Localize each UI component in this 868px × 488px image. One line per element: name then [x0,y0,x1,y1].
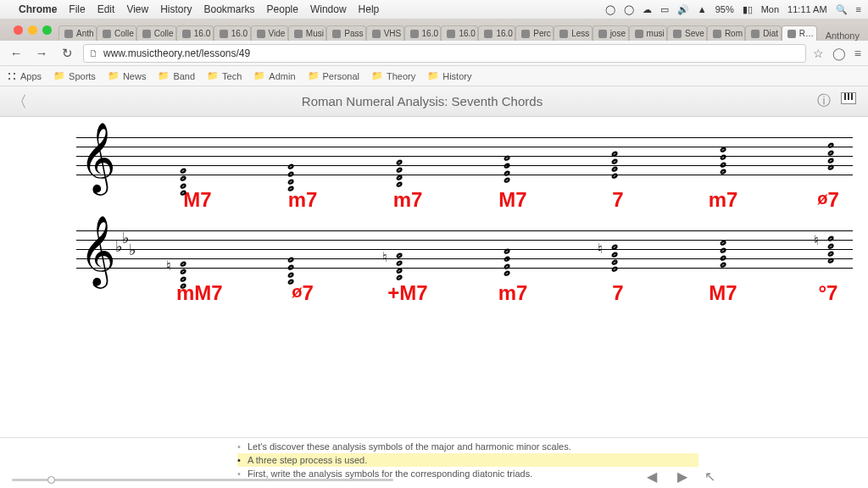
browser-tab[interactable]: musi [629,25,667,41]
bookmark-label: Admin [269,71,295,81]
bookmark-band[interactable]: 📁Band [158,70,195,81]
clock-time: 11:11 AM [787,4,826,14]
chrome-menu-icon[interactable]: ≡ [854,47,861,60]
browser-tab[interactable]: Rom [707,25,745,41]
tab-label: VHS [384,29,402,38]
back-button[interactable]: ← [7,44,25,63]
chord: 𝅗𝅗𝅗𝅗 [284,219,309,280]
tab-label: Less [571,29,589,38]
browser-tab[interactable]: Colle [97,25,136,41]
browser-tab[interactable]: jose [593,25,629,41]
menu-history[interactable]: History [160,3,192,15]
zoom-window-icon[interactable] [42,25,52,35]
favicon-icon [521,30,530,38]
lesson-header: 〈 Roman Numeral Analysis: Seventh Chords… [0,86,868,117]
menu-people[interactable]: People [267,3,298,15]
tab-label: 16.0 [496,29,512,38]
menu-window[interactable]: Window [310,3,347,15]
info-icon[interactable]: ⓘ [817,92,831,110]
menu-help[interactable]: Help [359,3,380,15]
spotlight-icon[interactable]: 🔍 [836,4,848,15]
menu-file[interactable]: File [69,3,85,15]
progress-knob[interactable] [47,476,55,484]
address-bar[interactable]: 🗋 www.musictheory.net/lessons/49 [83,44,806,63]
display-icon: ▭ [660,4,669,15]
bookmark-history[interactable]: 📁History [427,70,471,81]
browser-tab[interactable]: 16.0 [441,25,478,41]
chord-quality-label: M7 [176,188,219,212]
forward-button[interactable]: → [32,44,51,63]
favicon-icon [635,30,643,38]
chord-quality-label: 7 [597,281,639,305]
reload-button[interactable]: ↻ [58,44,76,63]
browser-tab[interactable]: Colle [136,25,176,41]
next-button[interactable]: ▶ [674,469,691,485]
extension-icon[interactable]: ◯ [832,47,846,60]
tab-label: Colle [114,29,134,38]
bookmark-label: Apps [20,71,42,81]
chord: 𝅗𝅗𝅗𝅗♮ [176,219,202,280]
chord-quality-label: °7 [807,281,849,305]
chord-labels-major: M7m7m7M77m7ø7 [10,188,858,212]
circle-icon: ◯ [605,4,615,15]
browser-tab[interactable]: VHS [366,25,404,41]
page-icon: 🗋 [89,48,98,58]
user-label[interactable]: Anthony [817,30,868,41]
folder-icon: 📁 [108,70,120,81]
script-line[interactable]: A three step process is used. [237,453,698,467]
chord: 𝅗𝅗𝅗𝅗 [500,219,526,280]
bookmark-label: Tech [222,71,242,81]
bookmark-news[interactable]: 📁News [108,70,147,81]
bookmark-tech[interactable]: 📁Tech [207,70,242,81]
chord-quality-label: M7 [702,281,744,305]
mac-menubar: Chrome File Edit View History Bookmarks … [0,0,868,19]
menu-view[interactable]: View [126,3,148,15]
tab-label: 16.0 [231,29,248,38]
browser-tab[interactable]: 16.0 [176,25,214,41]
menu-edit[interactable]: Edit [97,3,115,15]
progress-slider[interactable] [12,479,393,481]
treble-clef-icon: 𝄞 [80,220,116,281]
bookmark-label: Personal [323,71,359,81]
browser-tab[interactable]: 16.0 [478,25,515,41]
browser-tab[interactable]: 16.0 [214,25,251,41]
menu-icon[interactable]: ≡ [856,4,861,14]
browser-tab[interactable]: Less [554,25,592,41]
favicon-icon [751,30,760,38]
folder-icon: 📁 [207,70,219,81]
app-name[interactable]: Chrome [19,3,57,15]
lesson-footer: Let's discover these analysis symbols of… [0,437,868,488]
bookmark-personal[interactable]: 📁Personal [308,70,359,81]
browser-tab[interactable]: Musi [288,25,326,41]
browser-tab[interactable]: Seve [667,25,707,41]
browser-tab[interactable]: Anth [58,25,97,41]
piano-icon[interactable] [841,92,856,104]
bookmark-sports[interactable]: 📁Sports [53,70,96,81]
bookmark-label: Theory [387,71,415,81]
chord-labels-minor: mM7ø7+M7m77M7°7 [10,281,858,305]
prev-button[interactable]: ◀ [643,469,660,485]
favicon-icon [410,30,419,38]
browser-tab[interactable]: Pass [326,25,365,41]
browser-tab[interactable]: R… [782,25,817,41]
bookmark-admin[interactable]: 📁Admin [253,70,295,81]
favicon-icon [220,30,228,38]
close-window-icon[interactable] [14,25,23,35]
browser-tab[interactable]: Vide [251,25,288,41]
favicon-icon [372,30,381,38]
chord: 𝅗𝅗𝅗𝅗 [716,219,742,280]
menu-bookmarks[interactable]: Bookmarks [204,3,255,15]
tab-label: jose [610,29,626,38]
browser-tab[interactable]: Perc [515,25,554,41]
window-controls[interactable] [7,19,58,41]
bookmark-theory[interactable]: 📁Theory [371,70,415,81]
bookmark-apps[interactable]: Apps [7,71,42,81]
chord: 𝅗𝅗𝅗𝅗♮ [608,219,633,280]
minimize-window-icon[interactable] [28,25,37,35]
tab-label: Musi [306,29,324,38]
browser-tab[interactable]: Diat [745,25,781,41]
lesson-back-button[interactable]: 〈 [12,92,27,112]
script-line[interactable]: Let's discover these analysis symbols of… [237,440,698,453]
browser-tab[interactable]: 16.0 [404,25,442,41]
star-icon[interactable]: ☆ [813,47,824,60]
